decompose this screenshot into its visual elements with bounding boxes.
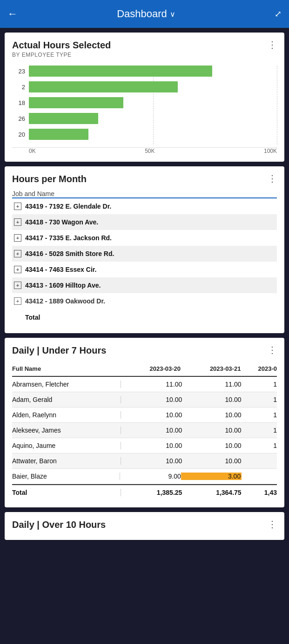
bar-row-23: 23 bbox=[12, 66, 277, 77]
table-row-1: Adam, Gerald 10.00 10.00 1 bbox=[12, 392, 277, 407]
bar-axis: 0K 50K 100K bbox=[12, 147, 277, 154]
table-row-3: Alekseev, James 10.00 10.00 1 bbox=[12, 423, 277, 438]
list-item-1[interactable]: + 43418 - 730 Wagon Ave. bbox=[12, 214, 277, 230]
actual-hours-subtitle: BY EMPLOYEE TYPE bbox=[12, 52, 111, 58]
col-header-date2: 2023-03-21 bbox=[181, 365, 241, 372]
back-button[interactable]: ← bbox=[7, 8, 18, 20]
list-item-0[interactable]: + 43419 - 7192 E. Glendale Dr. bbox=[12, 198, 277, 214]
actual-hours-card: Actual Hours Selected BY EMPLOYEE TYPE ⋮… bbox=[5, 33, 284, 162]
axis-label-0k: 0K bbox=[29, 148, 36, 154]
expand-icon[interactable]: ⤢ bbox=[275, 9, 282, 19]
col-header-date1: 2023-03-20 bbox=[121, 365, 181, 372]
bar-row-2: 2 bbox=[12, 81, 277, 92]
bar-row-18: 18 bbox=[12, 97, 277, 108]
axis-label-50k: 50K bbox=[145, 148, 155, 154]
highlighted-cell: 3.00 bbox=[181, 473, 242, 480]
table-header: Full Name 2023-03-20 2023-03-21 2023-0 bbox=[12, 361, 277, 377]
daily-over-more-button[interactable]: ⋮ bbox=[268, 519, 277, 529]
expand-icon-1[interactable]: + bbox=[14, 218, 21, 226]
expand-icon-2[interactable]: + bbox=[14, 234, 21, 242]
col-header-date3: 2023-0 bbox=[241, 365, 277, 372]
expand-icon-4[interactable]: + bbox=[14, 266, 21, 273]
expand-icon-3[interactable]: + bbox=[14, 250, 21, 257]
daily-under-hours-card: Daily | Under 7 Hours ⋮ Full Name 2023-0… bbox=[5, 338, 284, 507]
bar-row-20: 20 bbox=[12, 129, 277, 140]
hours-per-month-more-button[interactable]: ⋮ bbox=[268, 174, 277, 183]
expand-icon-0[interactable]: + bbox=[14, 203, 21, 210]
hours-per-month-card: Hours per Month ⋮ Job and Name + 43419 -… bbox=[5, 166, 284, 333]
table-row-0: Abramsen, Fletcher 11.00 11.00 1 bbox=[12, 377, 277, 392]
list-item-6[interactable]: + 43412 - 1889 Oakwood Dr. bbox=[12, 293, 277, 309]
hours-total-row: Total bbox=[12, 309, 277, 326]
expand-icon-6[interactable]: + bbox=[14, 297, 21, 305]
bar-row-26: 26 bbox=[12, 113, 277, 124]
job-and-name-label: Job and Name bbox=[12, 190, 277, 197]
table-total-row: Total 1,385.25 1,364.75 1,43 bbox=[12, 484, 277, 500]
daily-under-more-button[interactable]: ⋮ bbox=[268, 345, 277, 355]
app-header: ← Dashboard ∨ ⤢ bbox=[0, 0, 289, 28]
list-item-2[interactable]: + 43417 - 7335 E. Jackson Rd. bbox=[12, 230, 277, 246]
table-row-6: Baier, Blaze 9.00 3.00 bbox=[12, 469, 277, 484]
actual-hours-title: Actual Hours Selected bbox=[12, 40, 111, 51]
table-row-5: Attwater, Baron 10.00 10.00 bbox=[12, 453, 277, 469]
hours-per-month-title: Hours per Month bbox=[12, 174, 87, 184]
daily-over-hours-card: Daily | Over 10 Hours ⋮ bbox=[5, 512, 284, 540]
daily-over-title: Daily | Over 10 Hours bbox=[12, 519, 106, 530]
table-row-2: Alden, Raelynn 10.00 10.00 1 bbox=[12, 407, 277, 423]
dashboard-chevron-icon[interactable]: ∨ bbox=[170, 10, 175, 19]
list-item-5[interactable]: + 43413 - 1609 Hilltop Ave. bbox=[12, 277, 277, 293]
job-list: + 43419 - 7192 E. Glendale Dr. + 43418 -… bbox=[12, 198, 277, 326]
list-item-4[interactable]: + 43414 - 7463 Essex Cir. bbox=[12, 262, 277, 277]
header-title: Dashboard ∨ bbox=[117, 8, 175, 20]
actual-hours-more-button[interactable]: ⋮ bbox=[268, 40, 277, 49]
list-item-3[interactable]: + 43416 - 5028 Smith Store Rd. bbox=[12, 246, 277, 262]
table-row-4: Aquino, Jaume 10.00 10.00 1 bbox=[12, 438, 277, 453]
col-header-name: Full Name bbox=[12, 365, 121, 372]
axis-label-100k: 100K bbox=[264, 148, 277, 154]
daily-under-title: Daily | Under 7 Hours bbox=[12, 345, 106, 356]
expand-icon-5[interactable]: + bbox=[14, 282, 21, 289]
